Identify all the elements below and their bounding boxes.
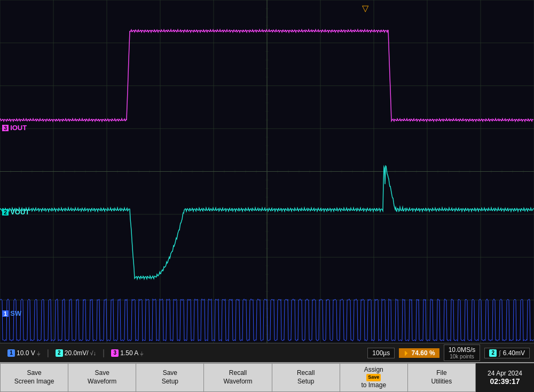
ch2-extra: √↓ — [90, 350, 97, 356]
cursor-ch-dot: 2 — [489, 349, 497, 357]
sample-rate: 10.0MS/s 10k points — [444, 345, 481, 361]
time-display: 02:39:17 — [490, 377, 520, 386]
ch2-status: 2 20.0mV/√↓ — [52, 349, 99, 357]
date-display: 24 Apr 2024 — [488, 370, 522, 377]
ch1-dot: 1 — [7, 349, 15, 357]
button-bar: Save Screen Image Save Waveform Save Set… — [0, 362, 534, 392]
save-waveform-line2: Waveform — [88, 378, 116, 386]
ch3-dot: 3 — [111, 349, 119, 357]
timebase-section: 100µs ⏵ 74.60 % 10.0MS/s 10k points 2 ∫ … — [367, 345, 530, 361]
save-screen-image-line1: Save — [27, 369, 41, 378]
file-utilities-button[interactable]: File Utilities — [407, 363, 475, 392]
save-waveform-button[interactable]: Save Waveform — [68, 363, 136, 392]
save-screen-image-button[interactable]: Save Screen Image — [0, 363, 68, 392]
ch1-status: 1 10.0 V ⏚ — [4, 349, 44, 357]
trigger-pct-text: 74.60 % — [412, 349, 435, 357]
trigger-pct: ⏵ 74.60 % — [399, 348, 439, 358]
recall-setup-line1: Recall — [297, 369, 315, 378]
save-setup-button[interactable]: Save Setup — [136, 363, 203, 392]
recall-waveform-button[interactable]: Recall Waveform — [203, 363, 271, 392]
ch3-coupling: ⏚ — [140, 350, 144, 356]
timebase-value: 100µs — [367, 348, 395, 358]
channel1-label: 1SW — [2, 309, 21, 317]
channel2-label: 2VOUT — [2, 208, 29, 216]
sample-rate-text: 10.0MS/s — [449, 346, 476, 354]
ch2-scale: 20.0mV/ — [65, 349, 89, 357]
assign-image-button[interactable]: Assign Save to Image — [340, 363, 407, 392]
timebase-text: 100µs — [372, 349, 390, 357]
trigger-marker: ▽ — [362, 3, 368, 13]
ch3-status: 3 1.50 A ⏚ — [108, 349, 147, 357]
assign-line2: to Image — [361, 381, 386, 390]
oscilloscope: ▽ 3IOUT 2VOUT 1SW 1 10.0 V ⏚ | 2 20.0mV/… — [0, 0, 534, 392]
div1: | — [47, 348, 49, 358]
ch3-scale: 1.50 A — [120, 349, 138, 357]
save-setup-line1: Save — [163, 369, 177, 378]
save-setup-line2: Setup — [162, 378, 178, 386]
datetime-display: 24 Apr 2024 02:39:17 — [475, 363, 534, 392]
recall-waveform-line1: Recall — [229, 369, 247, 378]
recall-setup-line2: Setup — [297, 378, 314, 386]
waveforms — [0, 0, 534, 343]
assign-line1: Assign — [364, 366, 383, 374]
file-utilities-line2: Utilities — [431, 378, 452, 386]
save-screen-image-line2: Screen Image — [14, 378, 54, 386]
recall-setup-button[interactable]: Recall Setup — [272, 363, 340, 392]
save-badge: Save — [366, 374, 381, 381]
oscilloscope-screen: ▽ 3IOUT 2VOUT 1SW — [0, 0, 534, 343]
cursor-readout: 2 ∫ 6.40mV — [484, 348, 530, 358]
ch2-dot: 2 — [56, 349, 63, 357]
channel3-label: 3IOUT — [2, 124, 27, 132]
div2: | — [103, 348, 105, 358]
save-waveform-line1: Save — [95, 369, 109, 378]
ch1-coupling: ⏚ — [37, 350, 41, 356]
waveform-sym: ∫ — [499, 349, 500, 357]
ch1-scale: 10.0 V — [17, 349, 35, 357]
record-length-text: 10k points — [449, 354, 476, 359]
file-utilities-line1: File — [436, 369, 446, 378]
cursor-value: 6.40mV — [503, 349, 525, 357]
status-bar: 1 10.0 V ⏚ | 2 20.0mV/√↓ | 3 1.50 A ⏚ 10… — [0, 343, 534, 362]
recall-waveform-line2: Waveform — [223, 378, 252, 386]
